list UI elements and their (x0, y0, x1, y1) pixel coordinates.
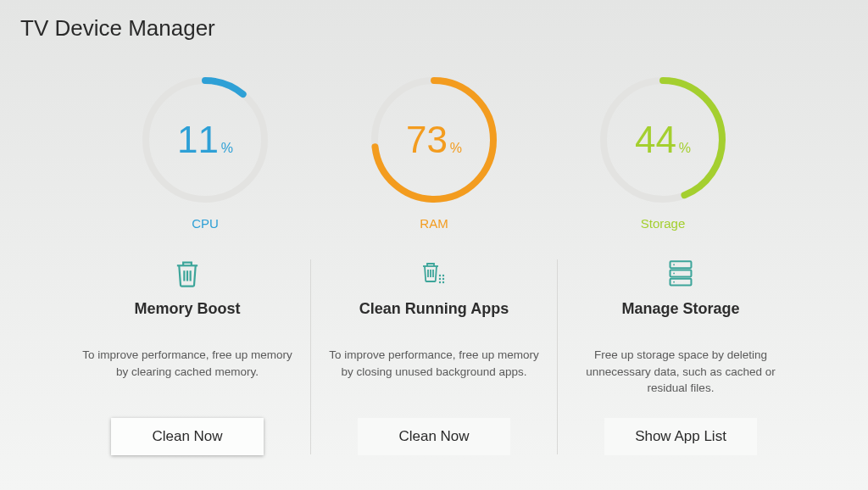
storage-gauge-circle: 44 % (595, 72, 731, 208)
clean-now-button-apps[interactable]: Clean Now (358, 418, 510, 455)
cpu-percent-sign: % (221, 141, 233, 156)
ram-label: RAM (420, 216, 448, 231)
svg-point-17 (673, 281, 675, 283)
svg-point-9 (442, 278, 444, 280)
svg-point-16 (673, 273, 675, 275)
show-app-list-button[interactable]: Show App List (604, 418, 757, 455)
svg-point-10 (439, 281, 441, 283)
card-clean-apps-title: Clean Running Apps (359, 300, 509, 318)
card-memory-boost-desc: To improve performance, free up memory b… (78, 347, 297, 398)
trash-apps-icon (421, 256, 447, 292)
storage-percent-sign: % (679, 141, 691, 156)
page-title: TV Device Manager (20, 15, 848, 42)
svg-point-8 (439, 278, 441, 280)
card-memory-boost: Memory Boost To improve performance, fre… (64, 256, 310, 455)
cpu-gauge-value: 11 % (177, 119, 233, 161)
card-memory-boost-title: Memory Boost (134, 300, 240, 318)
storage-value: 44 (635, 119, 676, 161)
ram-value: 73 (406, 119, 448, 161)
ram-gauge-circle: 73 % (366, 72, 502, 208)
cpu-gauge: 11 % CPU (137, 72, 273, 231)
cpu-value: 11 (177, 119, 219, 161)
clean-now-button-memory[interactable]: Clean Now (111, 418, 264, 455)
storage-gauge-value: 44 % (635, 119, 691, 161)
ram-percent-sign: % (450, 141, 462, 156)
svg-point-15 (673, 264, 675, 265)
card-manage-storage-title: Manage Storage (621, 300, 739, 318)
svg-point-11 (442, 281, 444, 283)
cards-row: Memory Boost To improve performance, fre… (0, 256, 868, 455)
svg-point-6 (439, 275, 441, 276)
storage-gauge: 44 % Storage (595, 72, 731, 231)
storage-icon (668, 256, 693, 292)
card-manage-storage: Manage Storage Free up storage space by … (558, 256, 804, 455)
cpu-label: CPU (192, 216, 219, 231)
ram-gauge: 73 % RAM (366, 72, 502, 231)
header: TV Device Manager (0, 0, 868, 57)
svg-point-7 (442, 275, 444, 276)
storage-label: Storage (641, 216, 686, 231)
card-manage-storage-desc: Free up storage space by deleting unnece… (571, 347, 790, 398)
ram-gauge-value: 73 % (406, 119, 462, 161)
card-clean-apps: Clean Running Apps To improve performanc… (311, 256, 557, 455)
gauges-row: 11 % CPU 73 % RAM 44 % (0, 72, 868, 231)
card-clean-apps-desc: To improve performance, free up memory b… (325, 347, 543, 398)
trash-icon (175, 256, 200, 292)
cpu-gauge-circle: 11 % (137, 72, 273, 208)
